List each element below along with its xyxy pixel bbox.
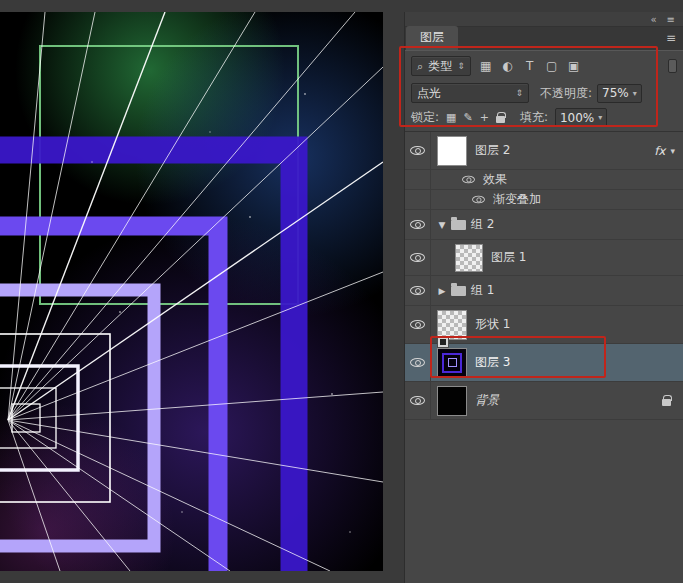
opacity-value: 75%: [602, 86, 629, 100]
fill-value: 100%: [560, 111, 594, 125]
tab-layers[interactable]: 图层: [406, 26, 458, 50]
gutter: [405, 170, 431, 189]
eye-icon: [410, 396, 425, 405]
chevron-down-icon[interactable]: ▾: [633, 89, 637, 98]
vector-mask-badge-icon: [437, 336, 449, 348]
opacity-field[interactable]: 75% ▾: [597, 84, 642, 103]
group-row-group2[interactable]: ▼ 组 2: [405, 210, 683, 240]
visibility-toggle[interactable]: [405, 306, 431, 343]
lock-fill-row: 锁定: ▦ ✎ + 填充: 100% ▾: [405, 106, 683, 132]
layer-row-layer3-selected[interactable]: 图层 3: [405, 344, 683, 382]
group-name: 组 2: [471, 216, 494, 233]
visibility-toggle[interactable]: [405, 132, 431, 169]
dock-menu-icon[interactable]: ≡: [667, 14, 675, 25]
visibility-toggle[interactable]: [405, 344, 431, 381]
eye-icon: [410, 146, 425, 155]
opacity-label: 不透明度:: [540, 85, 592, 102]
expand-arrow-icon[interactable]: ▼: [435, 220, 449, 230]
dock-header: « ≡: [405, 12, 683, 27]
adjustment-layers-filter-icon[interactable]: ◐: [501, 59, 515, 73]
layer-name: 背景: [475, 392, 499, 409]
folder-icon: [451, 286, 466, 296]
effects-header-row[interactable]: 效果: [405, 170, 683, 190]
layers-panel: « ≡ 图层 ≡ ⌕ 类型 ⇕ ▦ ◐ T ▢ ▣: [404, 12, 683, 583]
filter-toggle-icon[interactable]: [668, 59, 677, 73]
document-canvas[interactable]: [0, 12, 383, 571]
lock-position-icon[interactable]: +: [480, 111, 489, 124]
layer-name: 图层 1: [491, 249, 526, 266]
layer-thumbnail[interactable]: [437, 348, 467, 378]
thumb-square-outer: [442, 353, 462, 373]
lock-all-icon[interactable]: [496, 116, 505, 123]
group-row-group1[interactable]: ▶ 组 1: [405, 276, 683, 306]
layer-row-layer2[interactable]: 图层 2 fx ▾: [405, 132, 683, 170]
filter-type-label: 类型: [428, 58, 452, 75]
layer-filter-row: ⌕ 类型 ⇕ ▦ ◐ T ▢ ▣: [405, 51, 683, 80]
layer-row-layer1[interactable]: 图层 1: [405, 240, 683, 276]
layer-thumbnail[interactable]: [437, 136, 467, 166]
visibility-toggle[interactable]: [405, 240, 431, 275]
layer-row-background[interactable]: 背景: [405, 382, 683, 420]
smart-objects-filter-icon[interactable]: ▣: [567, 59, 581, 73]
collapse-panels-icon[interactable]: «: [650, 14, 656, 25]
fx-badge: fx: [654, 144, 665, 158]
layer-name: 图层 2: [475, 142, 510, 159]
blend-mode-value: 点光: [417, 85, 441, 102]
eye-icon: [410, 220, 425, 229]
chevron-down-icon[interactable]: ▾: [598, 113, 602, 122]
blend-mode-dropdown[interactable]: 点光 ⇕: [411, 83, 529, 103]
fill-label: 填充:: [520, 109, 548, 126]
spinner-icon: ⇕: [515, 88, 523, 98]
layer-list: 图层 2 fx ▾ 效果 渐变叠加: [405, 132, 683, 420]
lock-transparent-pixels-icon[interactable]: ▦: [446, 111, 456, 124]
lock-icon-group: ▦ ✎ +: [446, 111, 505, 124]
filter-type-dropdown[interactable]: ⌕ 类型 ⇕: [411, 56, 471, 76]
fill-field[interactable]: 100% ▾: [555, 108, 607, 127]
layer-name: 图层 3: [475, 354, 510, 371]
effect-item-row[interactable]: 渐变叠加: [405, 190, 683, 210]
layer-thumbnail[interactable]: [437, 310, 467, 340]
thumb-square-inner: [448, 358, 457, 367]
layer-name: 形状 1: [475, 316, 510, 333]
layer-row-shape1[interactable]: 形状 1: [405, 306, 683, 344]
type-layers-filter-icon[interactable]: T: [523, 59, 537, 73]
photoshop-window: « ≡ 图层 ≡ ⌕ 类型 ⇕ ▦ ◐ T ▢ ▣: [0, 0, 683, 583]
panel-content: ⌕ 类型 ⇕ ▦ ◐ T ▢ ▣ 点光 ⇕ 不透明度: [405, 50, 683, 583]
gutter: [405, 190, 431, 209]
layer-thumbnail[interactable]: [437, 386, 467, 416]
canvas-artwork: [0, 12, 383, 571]
layer-thumbnail[interactable]: [455, 244, 483, 272]
lock-label: 锁定:: [411, 109, 439, 126]
visibility-toggle[interactable]: [405, 210, 431, 239]
shape-layers-filter-icon[interactable]: ▢: [545, 59, 559, 73]
eye-icon: [410, 320, 425, 329]
pixel-layers-filter-icon[interactable]: ▦: [479, 59, 493, 73]
panel-menu-icon[interactable]: ≡: [666, 31, 676, 45]
effects-label: 效果: [483, 171, 507, 188]
eye-icon: [410, 286, 425, 295]
eye-icon: [410, 253, 425, 262]
visibility-toggle[interactable]: [405, 382, 431, 419]
eye-icon: [410, 358, 425, 367]
gradient-overlay-label: 渐变叠加: [493, 191, 541, 208]
search-icon: ⌕: [417, 60, 423, 73]
background-lock-icon: [662, 399, 671, 406]
eye-icon[interactable]: [472, 196, 485, 204]
filter-icon-group: ▦ ◐ T ▢ ▣: [479, 59, 581, 73]
expand-arrow-icon[interactable]: ▶: [435, 286, 449, 296]
visibility-toggle[interactable]: [405, 276, 431, 305]
blend-opacity-row: 点光 ⇕ 不透明度: 75% ▾: [405, 80, 683, 106]
group-name: 组 1: [471, 282, 494, 299]
panel-tabbar: 图层 ≡: [405, 27, 683, 50]
lock-image-pixels-icon[interactable]: ✎: [463, 111, 472, 124]
collapse-effects-icon[interactable]: ▾: [670, 146, 675, 156]
eye-icon[interactable]: [462, 176, 475, 184]
spinner-icon: ⇕: [457, 61, 465, 71]
folder-icon: [451, 220, 466, 230]
